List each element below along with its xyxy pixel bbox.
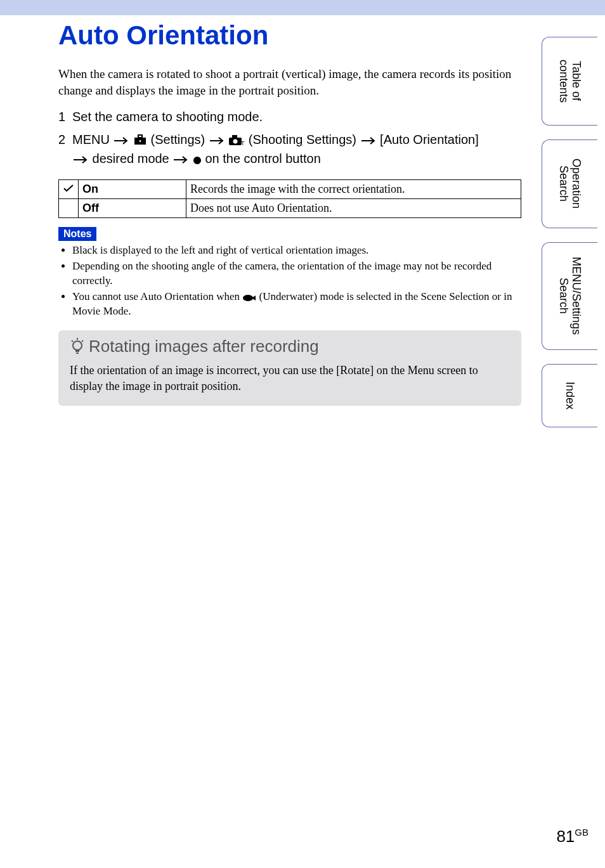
- svg-point-14: [243, 295, 253, 301]
- shooting-label: (Shooting Settings): [249, 133, 356, 146]
- svg-point-13: [193, 157, 201, 164]
- tab-label: MENU/SettingsSearch: [557, 257, 583, 335]
- tip-heading: Rotating images after recording: [70, 337, 510, 356]
- tab-label: OperationSearch: [557, 159, 583, 209]
- page-suffix: GB: [575, 827, 589, 838]
- page-number: 81GB: [556, 827, 589, 846]
- tab-label: Table ofcontents: [557, 60, 583, 103]
- tip-body: If the orientation of an image is incorr…: [70, 363, 510, 394]
- arrow-right-icon: [360, 136, 377, 145]
- control-button-label: on the control button: [205, 152, 320, 165]
- svg-rect-20: [75, 350, 79, 352]
- svg-text:T: T: [241, 140, 245, 146]
- arrow-right-icon: [113, 136, 129, 145]
- tip-title: Rotating images after recording: [89, 337, 319, 356]
- option-desc: Records the image with the correct orien…: [186, 180, 521, 199]
- notes-list: Black is displayed to the left and right…: [58, 243, 521, 319]
- side-tabs: Table ofcontents OperationSearch MENU/Se…: [542, 37, 597, 441]
- svg-rect-3: [138, 135, 142, 138]
- svg-line-19: [82, 340, 83, 342]
- list-item: Black is displayed to the left and right…: [72, 243, 521, 258]
- desired-mode-label: desired mode: [93, 152, 169, 165]
- camera-icon: T: [228, 134, 245, 146]
- page-title: Auto Orientation: [58, 20, 521, 51]
- page-num: 81: [556, 827, 575, 846]
- svg-rect-21: [76, 353, 79, 354]
- steps: 1 Set the camera to shooting mode. 2 MEN…: [58, 107, 521, 168]
- bulb-icon: [70, 337, 85, 355]
- arrow-right-icon: [72, 155, 89, 164]
- tab-index[interactable]: Index: [542, 364, 597, 427]
- settings-label: (Settings): [151, 133, 205, 146]
- intro-text: When the camera is rotated to shoot a po…: [58, 66, 521, 98]
- default-check-cell: [59, 180, 79, 199]
- svg-point-8: [233, 139, 238, 144]
- option-name: Off: [79, 199, 186, 218]
- notes-heading: Notes: [58, 227, 96, 241]
- center-button-icon: [193, 156, 202, 165]
- tip-box: Rotating images after recording If the o…: [58, 330, 521, 406]
- svg-point-16: [73, 341, 82, 350]
- tab-menu-settings-search[interactable]: MENU/SettingsSearch: [542, 242, 597, 350]
- toolbox-icon: [133, 134, 147, 146]
- step-number: 1: [58, 107, 72, 126]
- svg-marker-15: [252, 295, 256, 301]
- step-1: 1 Set the camera to shooting mode.: [58, 107, 521, 126]
- option-name: On: [79, 180, 186, 199]
- svg-rect-4: [140, 140, 141, 142]
- step-text: Set the camera to shooting mode.: [72, 107, 521, 126]
- option-desc: Does not use Auto Orientation.: [186, 199, 521, 218]
- tab-operation-search[interactable]: OperationSearch: [542, 139, 597, 228]
- target-label: [Auto Orientation]: [380, 133, 479, 146]
- page-content: Auto Orientation When the camera is rota…: [58, 20, 521, 406]
- step-number: 2: [58, 130, 72, 168]
- table-row: On Records the image with the correct or…: [59, 180, 521, 199]
- tab-table-of-contents[interactable]: Table ofcontents: [542, 37, 597, 126]
- list-item: You cannot use Auto Orientation when (Un…: [72, 290, 521, 319]
- step-2: 2 MENU (Settings) T (Shooting Settings) …: [58, 130, 521, 168]
- arrow-right-icon: [209, 136, 225, 145]
- menu-label: MENU: [72, 133, 110, 146]
- step-text: MENU (Settings) T (Shooting Settings) [A…: [72, 130, 521, 168]
- list-item: Depending on the shooting angle of the c…: [72, 259, 521, 288]
- svg-line-18: [72, 340, 73, 342]
- underwater-icon: [242, 294, 256, 302]
- arrow-right-icon: [172, 155, 189, 164]
- options-table: On Records the image with the correct or…: [58, 179, 521, 218]
- note-text: You cannot use Auto Orientation when: [72, 290, 242, 302]
- tab-label: Index: [563, 382, 576, 410]
- default-check-cell: [59, 199, 79, 218]
- check-icon: [63, 184, 74, 193]
- table-row: Off Does not use Auto Orientation.: [59, 199, 521, 218]
- top-bar: [0, 0, 605, 15]
- svg-rect-7: [232, 135, 237, 138]
